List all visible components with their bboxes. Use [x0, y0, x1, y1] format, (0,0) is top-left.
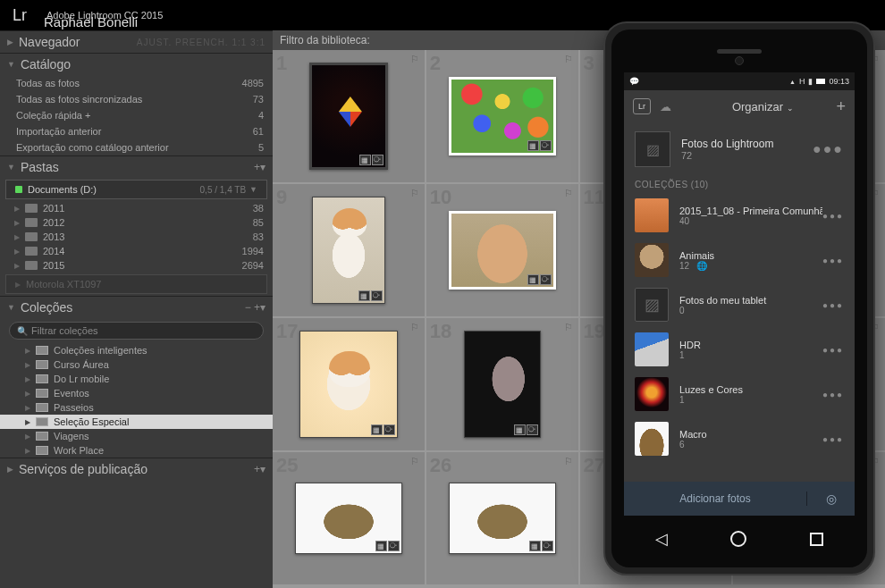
- grid-cell[interactable]: 10 ⚐ ▦⧂: [426, 184, 578, 316]
- more-icon[interactable]: ●●●: [822, 211, 844, 221]
- thumb-badges: ▦⧂: [371, 424, 395, 435]
- collection-name: Seleção Especial: [54, 416, 129, 427]
- catalog-item[interactable]: Exportação como catálogo anterior5: [0, 139, 273, 155]
- grid-cell[interactable]: 9 ⚐ ▦⧂: [273, 184, 425, 316]
- grid-cell[interactable]: 26 ⚐ ▦⧂: [426, 452, 578, 584]
- navigator-zoom-options[interactable]: AJUST. PREENCH. 1:1 3:1: [137, 38, 266, 47]
- mobile-title-dropdown[interactable]: Organizar ⌄: [689, 100, 836, 113]
- chevron-right-icon: ▶: [25, 347, 30, 355]
- thumbnail[interactable]: ▦⧂: [312, 197, 385, 304]
- collection-icon: [36, 446, 48, 455]
- mobile-collection-name: Animais: [679, 250, 822, 261]
- collection-item[interactable]: ▶Do Lr mobile: [0, 372, 273, 386]
- panel-catalog-header[interactable]: ▼ Catálogo: [0, 54, 273, 75]
- flag-icon[interactable]: ⚐: [410, 322, 419, 333]
- thumbnail[interactable]: ▦⧂: [299, 331, 398, 438]
- add-folder-icon[interactable]: +▾: [254, 161, 266, 173]
- collection-name: Passeios: [54, 402, 94, 413]
- more-icon[interactable]: ●●●: [822, 300, 844, 310]
- panel-publish-header[interactable]: ▶ Serviços de publicação +▾: [0, 458, 273, 480]
- folder-item[interactable]: ▶201285: [0, 215, 273, 230]
- collection-item[interactable]: ▶Curso Áurea: [0, 357, 273, 372]
- catalog-item-count: 61: [253, 126, 264, 137]
- catalog-item-count: 73: [253, 94, 264, 105]
- home-button[interactable]: [730, 531, 746, 547]
- flag-icon[interactable]: ⚐: [564, 54, 573, 65]
- collections-buttons[interactable]: − +▾: [245, 301, 266, 314]
- mobile-collection-name: 2015_11_08 - Primeira Comunhão Maria...: [679, 206, 822, 216]
- mobile-collection-row[interactable]: ▨ Fotos do meu tablet 0 ●●●: [624, 282, 855, 327]
- panel-folders-header[interactable]: ▼ Pastas +▾: [0, 156, 273, 178]
- device-row[interactable]: ▶ Motorola XT1097: [5, 274, 267, 294]
- catalog-item-count: 4895: [242, 78, 264, 88]
- flag-icon[interactable]: ⚐: [410, 188, 419, 199]
- folder-item[interactable]: ▶20141994: [0, 244, 273, 258]
- catalog-item[interactable]: Coleção rápida +4: [0, 107, 273, 123]
- mobile-all-photos-row[interactable]: ▨ Fotos do Lightroom 72 ●●●: [624, 122, 855, 176]
- mobile-collection-row[interactable]: Luzes e Cores 1 ●●●: [624, 372, 855, 416]
- flag-icon[interactable]: ⚐: [410, 456, 419, 467]
- android-navbar: ◁: [624, 521, 855, 557]
- catalog-item[interactable]: Todas as fotos4895: [0, 75, 273, 91]
- chevron-right-icon: ▶: [25, 433, 30, 441]
- collection-item[interactable]: ▶Eventos: [0, 386, 273, 400]
- thumbnail[interactable]: ▦⧂: [464, 331, 541, 438]
- collection-name: Work Place: [54, 445, 104, 456]
- more-icon[interactable]: ●●●: [822, 434, 844, 444]
- folder-count: 85: [253, 217, 264, 228]
- add-photos-button[interactable]: Adicionar fotos: [624, 492, 806, 505]
- thumbnail[interactable]: ▦⧂: [449, 483, 556, 554]
- add-publish-icon[interactable]: +▾: [254, 463, 266, 475]
- grid-cell[interactable]: 25 ⚐ ▦⧂: [273, 452, 425, 584]
- collection-item[interactable]: ▶Seleção Especial: [0, 415, 273, 429]
- folder-item[interactable]: ▶20152694: [0, 258, 273, 273]
- camera-button[interactable]: ◎: [806, 491, 855, 506]
- collection-item[interactable]: ▶Work Place: [0, 443, 273, 458]
- flag-icon[interactable]: ⚐: [564, 188, 573, 199]
- left-panel: ▶ Navegador AJUST. PREENCH. 1:1 3:1 ▼ Ca…: [0, 30, 273, 588]
- more-icon[interactable]: ●●●: [822, 390, 844, 399]
- globe-icon: 🌐: [696, 261, 707, 271]
- more-icon[interactable]: ●●●: [822, 256, 844, 265]
- panel-publish-title: Serviços de publicação: [19, 462, 254, 476]
- catalog-item[interactable]: Todas as fotos sincronizadas73: [0, 91, 273, 107]
- panel-navigator-header[interactable]: ▶ Navegador AJUST. PREENCH. 1:1 3:1: [0, 31, 273, 53]
- add-button[interactable]: +: [836, 97, 846, 116]
- more-icon[interactable]: ●●●: [813, 141, 844, 157]
- lr-logo-icon[interactable]: Lr: [633, 98, 651, 114]
- flag-icon[interactable]: ⚐: [410, 54, 419, 65]
- chevron-down-icon: ▼: [7, 303, 15, 312]
- catalog-item[interactable]: Importação anterior61: [0, 123, 273, 139]
- grid-cell[interactable]: 2 ⚐ ▦⧂: [426, 50, 578, 182]
- more-icon[interactable]: ●●●: [822, 345, 844, 355]
- thumbnail[interactable]: ▦⧂: [449, 211, 556, 290]
- mobile-collection-row[interactable]: HDR 1 ●●●: [624, 327, 855, 372]
- drive-row[interactable]: Documents (D:) 0,5 / 1,4 TB ▼: [5, 180, 267, 199]
- thumbnail[interactable]: ▦⧂: [449, 77, 556, 155]
- collection-thumb: [635, 377, 669, 411]
- collection-item[interactable]: ▶Viagens: [0, 429, 273, 443]
- grid-cell[interactable]: 1 ⚐ ▦⧂: [273, 50, 425, 182]
- filter-collections-input[interactable]: 🔍 Filtrar coleções: [9, 322, 264, 340]
- folder-item[interactable]: ▶201383: [0, 230, 273, 244]
- collection-item[interactable]: ▶Passeios: [0, 400, 273, 415]
- back-button[interactable]: ◁: [655, 529, 668, 549]
- collection-name: Do Lr mobile: [54, 374, 109, 384]
- notification-icon: 💬: [629, 77, 639, 86]
- grid-cell[interactable]: 17 ⚐ ▦⧂: [273, 318, 425, 450]
- recent-button[interactable]: [810, 533, 823, 546]
- mobile-collection-row[interactable]: Animais 12 🌐 ●●●: [624, 238, 855, 282]
- filter-label: Filtro da biblioteca:: [280, 34, 370, 46]
- folder-item[interactable]: ▶201138: [0, 201, 273, 215]
- panel-collections-header[interactable]: ▼ Coleções − +▾: [0, 297, 273, 318]
- collection-item[interactable]: ▶Coleções inteligentes: [0, 343, 273, 357]
- flag-icon[interactable]: ⚐: [564, 322, 573, 333]
- thumbnail[interactable]: ▦⧂: [309, 63, 388, 170]
- mobile-collection-row[interactable]: Macro 6 ●●●: [624, 416, 855, 461]
- cloud-icon[interactable]: ☁: [660, 100, 671, 113]
- flag-icon[interactable]: ⚐: [564, 456, 573, 467]
- mobile-collection-row[interactable]: 2015_11_08 - Primeira Comunhão Maria... …: [624, 193, 855, 238]
- thumbnail[interactable]: ▦⧂: [295, 483, 402, 554]
- grid-cell[interactable]: 18 ⚐ ▦⧂: [426, 318, 578, 450]
- chevron-down-icon[interactable]: ▼: [249, 185, 257, 194]
